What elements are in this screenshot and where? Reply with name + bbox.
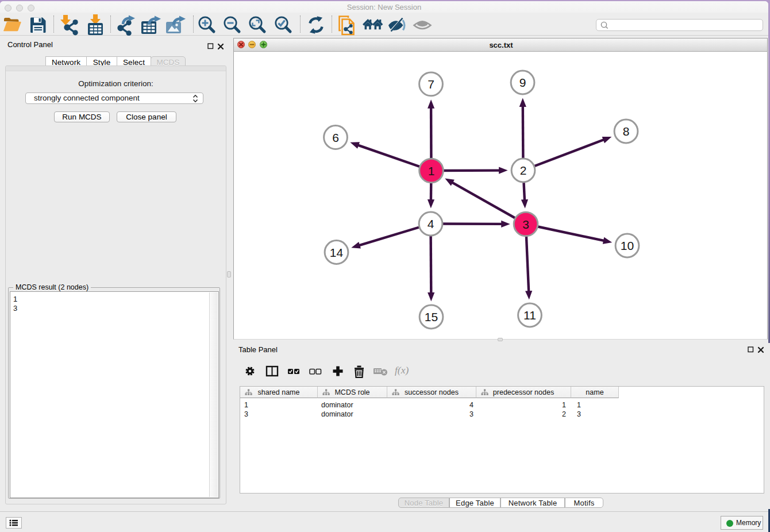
- svg-text:8: 8: [623, 125, 630, 138]
- svg-text:4: 4: [428, 217, 434, 230]
- svg-text:3: 3: [522, 218, 529, 231]
- svg-text:7: 7: [428, 78, 434, 91]
- svg-text:2: 2: [520, 164, 527, 177]
- svg-text:9: 9: [519, 76, 526, 89]
- svg-text:15: 15: [425, 310, 438, 323]
- svg-text:10: 10: [621, 239, 634, 252]
- svg-text:1: 1: [428, 164, 435, 178]
- svg-text:11: 11: [523, 309, 536, 322]
- svg-text:14: 14: [330, 246, 344, 259]
- svg-text:6: 6: [332, 131, 339, 144]
